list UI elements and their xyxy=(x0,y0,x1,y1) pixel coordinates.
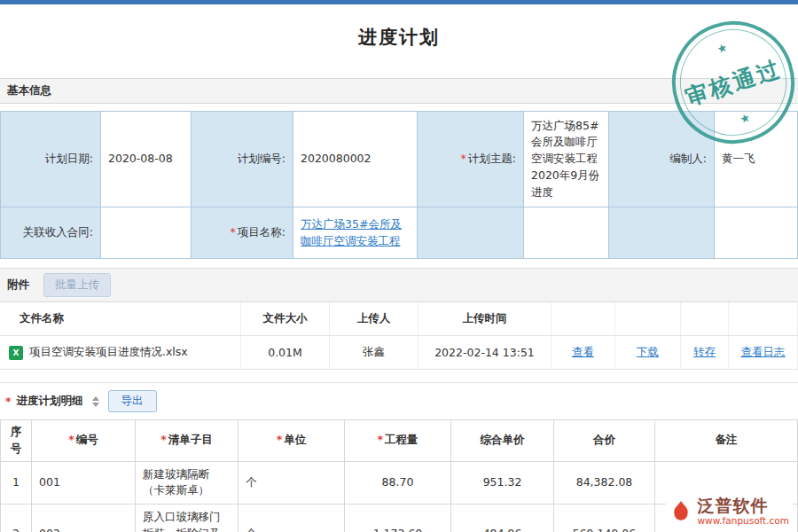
empty-a-value xyxy=(524,207,609,259)
detail-cell: 个 xyxy=(239,505,345,532)
basic-info-table: 计划日期:2020-08-08计划编号:2020080002*计划主题:万达广场… xyxy=(0,111,798,259)
attachments-section-title: 附件 xyxy=(7,278,29,293)
stamp-star-icon: ★ xyxy=(716,41,730,57)
attachments-table-body: X项目空调安装项目进度情况.xlsx0.01M张鑫2022-02-14 13:5… xyxy=(0,336,798,370)
detail-col-header-4: *工程量 xyxy=(345,420,451,462)
detail-col-header-3: *单位 xyxy=(239,420,345,462)
batch-upload-button[interactable]: 批量上传 xyxy=(43,273,111,297)
detail-col-header-5: 综合单价 xyxy=(451,420,554,462)
detail-col-header-0: 序号 xyxy=(1,420,32,462)
attachment-row: X项目空调安装项目进度情况.xlsx0.01M张鑫2022-02-14 13:5… xyxy=(0,336,798,370)
empty-b-value xyxy=(715,207,798,259)
action-cell: 下载 xyxy=(615,336,681,369)
basic-info-row-2: 关联收入合同:*项目名称:万达广场35#会所及咖啡厅空调安装工程 xyxy=(1,207,798,259)
attachment-action-link[interactable]: 查看日志 xyxy=(741,345,786,360)
basic-info-row-1: 计划日期:2020-08-08计划编号:2020080002*计划主题:万达广场… xyxy=(1,112,798,207)
detail-cell: 88.70 xyxy=(345,462,451,505)
detail-cell: 002 xyxy=(32,505,136,532)
detail-cell: 569,149.06 xyxy=(554,505,655,532)
top-accent-bar xyxy=(0,0,798,4)
file-name-cell: X项目空调安装项目进度情况.xlsx xyxy=(0,336,241,369)
required-marker: * xyxy=(277,432,283,449)
uploader-cell: 张鑫 xyxy=(330,336,419,369)
empty-b-label xyxy=(609,207,715,259)
required-marker: * xyxy=(461,151,466,168)
vendor-watermark: 泛普软件 www.fanpusoft.com xyxy=(666,495,793,528)
attachments-table-header: 文件名称文件大小上传人上传时间 xyxy=(0,302,798,336)
vendor-url: www.fanpusoft.com xyxy=(697,515,789,526)
attach-col-header-action xyxy=(729,302,798,335)
plan-date-value: 2020-08-08 xyxy=(101,112,192,207)
plan-details-section-title: 进度计划明细 xyxy=(17,394,83,409)
attach-col-header-1: 文件大小 xyxy=(241,302,330,335)
plan-no-label: 计划编号: xyxy=(192,112,293,207)
detail-cell: 2 xyxy=(1,505,32,532)
income-contract-label: 关联收入合同: xyxy=(1,207,101,259)
required-marker: * xyxy=(160,432,167,449)
attach-col-header-action xyxy=(681,302,729,335)
stamp-star-icon: ★ xyxy=(738,110,752,126)
action-cell: 转存 xyxy=(681,336,729,369)
project-name-link[interactable]: 万达广场35#会所及咖啡厅空调安装工程 xyxy=(301,216,410,250)
detail-cell: 原入口玻璃移门拆装、拆除门及隔墙 xyxy=(136,505,239,532)
plan-details-table-header: 序号*编号*清单子目*单位*工程量综合单价合价备注 xyxy=(1,420,798,462)
sort-icon[interactable] xyxy=(92,396,99,407)
attachments-section: 附件 批量上传 文件名称文件大小上传人上传时间 X项目空调安装项目进度情况.xl… xyxy=(0,268,798,370)
page-title: 进度计划 xyxy=(0,25,798,50)
detail-cell: 新建玻璃隔断（卡莱斯卓） xyxy=(136,462,239,505)
detail-cell: 84,382.08 xyxy=(554,462,655,505)
project-name-value: 万达广场35#会所及咖啡厅空调安装工程 xyxy=(293,207,418,259)
detail-col-header-7: 备注 xyxy=(655,420,798,462)
detail-cell: 个 xyxy=(239,462,345,505)
plan-details-header-bar: * 进度计划明细 导出 xyxy=(0,383,798,419)
stamp-text: 审核通过 xyxy=(682,53,786,112)
income-contract-value xyxy=(101,207,192,259)
empty-a-label xyxy=(418,207,524,259)
detail-cell: 951.32 xyxy=(451,462,554,505)
attach-col-header-2: 上传人 xyxy=(330,302,419,335)
detail-cell: 484.96 xyxy=(451,505,554,532)
detail-col-header-2: *清单子目 xyxy=(136,420,239,462)
file-name-text: 项目空调安装项目进度情况.xlsx xyxy=(29,345,188,360)
attachments-table: 文件名称文件大小上传人上传时间 X项目空调安装项目进度情况.xlsx0.01M张… xyxy=(0,302,798,370)
plan-no-value: 2020080002 xyxy=(293,112,418,207)
progress-plan-page: 进度计划 ★ 审核通过 ★ 基本信息 计划日期:2020-08-08计划编号:2… xyxy=(0,0,798,532)
attachment-action-link[interactable]: 查看 xyxy=(572,345,594,360)
action-cell: 查看 xyxy=(552,336,615,369)
detail-col-header-1: *编号 xyxy=(32,420,136,462)
attach-col-header-action xyxy=(552,302,615,335)
detail-col-header-6: 合价 xyxy=(554,420,655,462)
detail-cell: 001 xyxy=(32,462,136,505)
required-marker: * xyxy=(68,432,74,449)
attach-col-header-3: 上传时间 xyxy=(419,302,552,335)
required-marker: * xyxy=(5,395,12,408)
plan-subject-value: 万达广场85#会所及咖啡厅空调安装工程2020年9月份进度 xyxy=(524,112,609,207)
vendor-name: 泛普软件 xyxy=(697,497,789,515)
attachments-header-bar: 附件 批量上传 xyxy=(0,268,798,302)
attach-col-header-action xyxy=(615,302,681,335)
attach-col-header-0: 文件名称 xyxy=(0,302,241,335)
attachment-action-link[interactable]: 下载 xyxy=(637,345,659,360)
plan-subject-label: *计划主题: xyxy=(418,112,524,207)
action-cell: 查看日志 xyxy=(729,336,798,369)
detail-cell: 1 xyxy=(1,462,32,505)
detail-cell: 1,173.60 xyxy=(345,505,451,532)
excel-file-icon: X xyxy=(9,346,23,360)
file-size-cell: 0.01M xyxy=(241,336,330,369)
fanpu-logo-icon xyxy=(669,500,692,523)
project-name-label: *项目名称: xyxy=(192,207,293,259)
required-marker: * xyxy=(377,432,383,449)
export-button[interactable]: 导出 xyxy=(108,390,157,412)
upload-time-cell: 2022-02-14 13:51 xyxy=(419,336,552,369)
plan-date-label: 计划日期: xyxy=(1,112,101,207)
attachment-action-link[interactable]: 转存 xyxy=(693,345,716,360)
required-marker: * xyxy=(231,224,236,241)
